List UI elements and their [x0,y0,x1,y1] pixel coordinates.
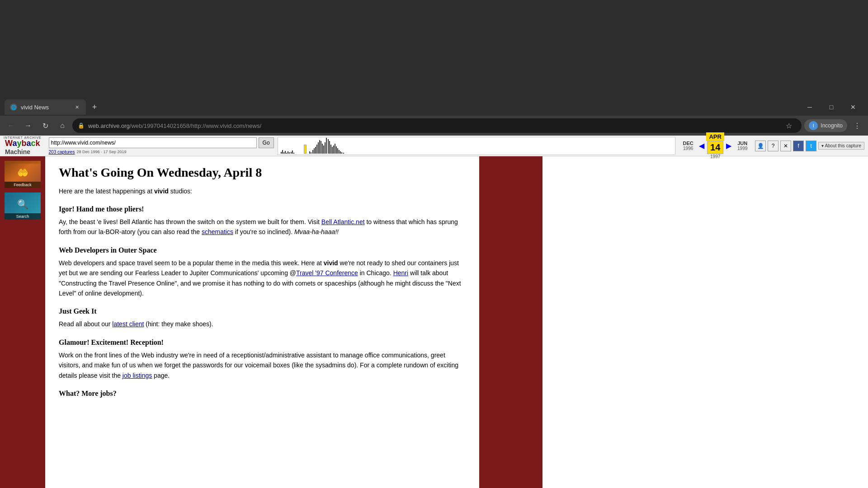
section-webdev-title: Web Developers in Outer Space [59,246,466,254]
tl-bar [341,152,342,154]
tl-bar [323,145,324,154]
tl-bar [335,144,335,154]
refresh-button[interactable]: ↻ [38,118,52,133]
timeline-bars [278,137,675,155]
tl-bar [325,142,326,154]
tab-bar: 🌐 vivid News ✕ + ─ □ ✕ [0,99,868,116]
latest-client-link[interactable]: latest client [112,320,144,328]
current-day-label: 14 [707,141,723,154]
bell-atlantic-link[interactable]: Bell Atlantic.net [321,218,365,225]
browser-tab[interactable]: 🌐 vivid News ✕ [5,99,86,115]
bookmark-icon[interactable]: ☆ [782,118,796,133]
tl-bar [340,151,341,154]
next-year-label: 1999 [737,146,747,151]
tl-bar [311,152,311,154]
tl-bar [336,146,337,154]
window-controls: ─ □ ✕ [799,99,863,115]
close-button[interactable]: ✕ [843,99,863,115]
tl-bar [343,153,344,154]
prev-month-block: DEC 1996 [679,141,697,151]
section-igor: Igor! Hand me those pliers! Ay, the beas… [59,205,466,237]
feedback-widget[interactable]: 🤲 Feedback [5,161,41,188]
maximize-button[interactable]: □ [821,99,842,115]
address-right-icons: ☆ [782,118,796,133]
tl-bar [292,150,293,154]
section-more-jobs-title: What? More jobs? [59,389,466,398]
section-glamour-body: Work on the front lines of the Web indus… [59,350,466,380]
feedback-icon: 🤲 [17,167,28,178]
search-widget[interactable]: 🔍 Search [5,192,41,220]
prev-year-label: 1996 [683,146,693,151]
wayback-user-icon[interactable]: 👤 [755,141,766,151]
job-listings-link[interactable]: job listings [123,372,152,379]
section-glamour-title: Glamour! Excitement! Reception! [59,338,466,347]
home-button[interactable]: ⌂ [55,118,70,133]
next-month-label: JUN [733,141,751,146]
tab-bar-right: ─ □ ✕ [799,99,863,115]
captures-count-link[interactable]: 203 captures [49,150,75,155]
tl-bar [314,148,315,154]
section-geek: Just Geek It Read all about our latest c… [59,307,466,329]
captures-date-range: 28 Dec 1996 - 17 Sep 2019 [76,150,126,155]
wayback-right-section: 👤 ? ✕ f t ▾ About this capture [755,141,864,151]
tl-bar [339,150,340,154]
tl-bar [328,139,329,154]
tl-bar [281,152,282,154]
tl-bar [285,151,286,154]
prev-month-label: DEC [679,141,697,146]
tab-favicon: 🌐 [10,103,17,111]
profile-label: Incognito [821,122,843,129]
henri-link[interactable]: Henri [393,269,408,277]
tl-bar [316,145,317,154]
search-widget-image: 🔍 [5,195,41,213]
tl-bar [319,140,320,154]
current-year-label: 1997 [710,154,720,159]
tl-bar [321,141,321,154]
lock-icon: 🔒 [78,122,85,129]
address-domain: web.archive.org [88,122,130,129]
more-options-button[interactable]: ⋮ [850,118,864,133]
tab-close-button[interactable]: ✕ [73,103,80,111]
wayback-logo[interactable]: INTERNET ARCHIVE Wayback Machine [4,136,42,155]
wayback-close-icon[interactable]: ✕ [780,141,791,151]
travel97-link[interactable]: Travel '97 Conference [296,269,358,277]
wayback-url-input[interactable] [49,137,257,148]
profile-button[interactable]: I Incognito [804,119,847,132]
tl-bar [329,141,330,154]
address-bar[interactable]: 🔒 web.archive.org/web/19970414021658/htt… [72,118,802,133]
tl-bar [337,148,338,154]
page-title: What's Going On Wednesday, April 8 [59,165,466,180]
section-igor-body: Ay, the beast 'e lives! Bell Atlantic ha… [59,217,466,237]
about-capture-button[interactable]: ▾ About this capture [818,142,864,150]
mvaa-text: Mvaa-ha-haaa!! [294,228,339,235]
back-button[interactable]: ← [4,118,18,133]
twitter-icon[interactable]: t [806,141,816,151]
address-text: web.archive.org/web/19970414021658/http:… [88,122,778,129]
schematics-link[interactable]: schematics [202,228,233,235]
tl-bar [333,145,334,154]
tl-bar [326,138,327,154]
tl-bar [322,144,323,154]
section-geek-body: Read all about our latest client (hint: … [59,319,466,329]
next-date-button[interactable]: ▶ [725,141,732,150]
main-content: What's Going On Wednesday, April 8 Here … [45,156,479,488]
tl-bar [289,152,290,154]
vivid-brand: vivid [154,188,169,195]
minimize-button[interactable]: ─ [799,99,820,115]
prev-date-button[interactable]: ◀ [698,141,705,150]
top-dark-area [0,0,868,99]
section-glamour: Glamour! Excitement! Reception! Work on … [59,338,466,380]
tl-bar [288,151,288,154]
wayback-go-button[interactable]: Go [259,137,274,148]
tl-bar [315,147,316,154]
feedback-widget-image: 🤲 [5,164,41,182]
tl-bar [283,152,284,154]
current-date-block: APR 14 1997 [706,132,724,159]
forward-button[interactable]: → [21,118,35,133]
new-tab-button[interactable]: + [88,101,101,113]
wayback-help-icon[interactable]: ? [768,141,778,151]
timeline-visualization [279,137,675,155]
feedback-label: Feedback [5,182,41,188]
facebook-icon[interactable]: f [793,141,804,151]
tl-bar [318,142,319,154]
